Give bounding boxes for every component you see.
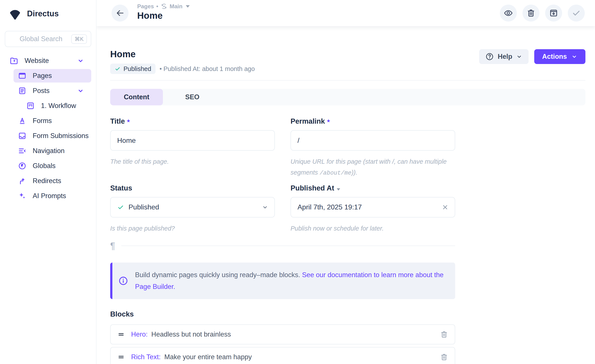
sidebar-item-redirects[interactable]: Redirects: [14, 174, 91, 188]
sidebar-item-forms[interactable]: Forms: [14, 114, 91, 128]
tab-strip: Content SEO: [110, 89, 585, 105]
permalink-label: Permalink: [290, 117, 325, 125]
published-at-field[interactable]: April 7th, 2025 19:17: [290, 197, 455, 217]
trash-icon: [440, 330, 448, 338]
help-icon: [485, 52, 494, 61]
sidebar-item-workflow[interactable]: 1. Workflow: [22, 99, 91, 112]
status-badge: Published: [110, 63, 156, 74]
block-title: Headless but not brainless: [151, 330, 231, 338]
preview-button[interactable]: [500, 5, 517, 21]
redirect-arrow-icon: [18, 176, 27, 185]
banner-text: Build dynamic pages quickly using ready–…: [135, 269, 446, 293]
actions-button-label: Actions: [542, 53, 567, 61]
inbox-icon: [18, 132, 27, 140]
content-title: Home: [110, 49, 255, 59]
help-button-label: Help: [498, 53, 512, 61]
keyboard-shortcut-badge: ⌘K: [71, 35, 87, 44]
field-permalink: Permalink★ Unique URL for this page (sta…: [290, 117, 455, 178]
chevron-down-icon[interactable]: [77, 87, 84, 94]
title-note: The title of this page.: [110, 156, 271, 167]
check-icon: [117, 204, 124, 211]
title-input[interactable]: [110, 130, 275, 151]
save-button[interactable]: [568, 5, 585, 21]
tab-seo[interactable]: SEO: [163, 89, 222, 105]
field-published-at: Published At April 7th, 2025 19:17 Publi…: [290, 184, 455, 234]
caret-down-icon[interactable]: [337, 188, 340, 190]
block-type: Hero:: [131, 330, 148, 338]
block-delete-button[interactable]: [440, 330, 448, 338]
actions-button[interactable]: Actions: [534, 49, 585, 64]
sidebar-item-website[interactable]: Website: [5, 54, 91, 68]
chevron-down-icon: [516, 53, 523, 60]
blocks-section: Blocks Hero: Headless but not brainless: [110, 310, 455, 364]
block-title: Make your entire team happy: [164, 353, 252, 361]
block-row-rich-text[interactable]: Rich Text: Make your entire team happy: [110, 347, 455, 364]
sidebar-item-ai-prompts[interactable]: AI Prompts: [14, 189, 91, 203]
block-delete-button[interactable]: [440, 353, 448, 361]
sidebar: Directus ⌘K Website: [0, 0, 97, 364]
archive-button[interactable]: [545, 5, 562, 21]
kanban-icon: [26, 101, 35, 110]
sidebar-item-label: Posts: [33, 87, 50, 95]
caret-down-icon[interactable]: [186, 5, 190, 8]
page-title: Home: [137, 11, 190, 21]
sidebar-item-form-submissions[interactable]: Form Submissions: [14, 129, 91, 143]
breadcrumb-collection[interactable]: Pages: [137, 3, 154, 10]
drag-handle-icon[interactable]: [117, 330, 125, 338]
permalink-input[interactable]: [290, 130, 455, 151]
menu-collapse-icon: [18, 147, 27, 155]
breadcrumb-version[interactable]: Main: [170, 3, 183, 10]
clear-icon[interactable]: [441, 203, 449, 211]
published-meta: • Published At: about 1 month ago: [159, 65, 255, 72]
field-title: Title★ The title of this page.: [110, 117, 275, 178]
published-at-value: April 7th, 2025 19:17: [298, 203, 362, 211]
sidebar-item-pages[interactable]: Pages: [14, 69, 91, 83]
help-button[interactable]: Help: [479, 49, 529, 64]
sidebar-item-label: 1. Workflow: [41, 102, 76, 110]
delete-button[interactable]: [523, 5, 539, 21]
check-icon: [114, 66, 121, 72]
status-badge-label: Published: [123, 65, 151, 72]
topbar-actions: [500, 5, 585, 21]
globe-icon: [18, 161, 27, 170]
drag-handle-icon[interactable]: [117, 353, 125, 361]
blocks-label: Blocks: [110, 310, 455, 318]
block-type: Rich Text:: [131, 353, 161, 361]
block-row-hero[interactable]: Hero: Headless but not brainless: [110, 324, 455, 344]
section-divider: ¶: [110, 241, 455, 250]
global-search-input[interactable]: [19, 35, 71, 43]
sidebar-item-label: Form Submissions: [33, 132, 89, 140]
document-lines-icon: [18, 86, 27, 95]
page-head-left: Home Published • Published At: about 1 m…: [110, 49, 255, 74]
status-note: Is this page published?: [110, 223, 271, 234]
tab-content[interactable]: Content: [110, 89, 163, 105]
chevron-down-icon[interactable]: [261, 203, 269, 211]
permalink-note: Unique URL for this page (start with /, …: [290, 156, 452, 178]
sidebar-item-label: Forms: [33, 117, 52, 125]
breadcrumb: Pages • Main: [137, 3, 190, 10]
pilcrow-icon: ¶: [110, 241, 115, 250]
sidebar-item-navigation[interactable]: Navigation: [14, 144, 91, 158]
info-banner: Build dynamic pages quickly using ready–…: [110, 263, 455, 299]
form-grid: Title★ The title of this page. Permalink…: [110, 117, 455, 234]
sidebar-nav: Website Pages Posts: [0, 54, 96, 204]
field-status: Status Published Is this page published?: [110, 184, 275, 234]
browser-icon: [18, 71, 27, 80]
archive-icon: [549, 8, 558, 18]
top-bar: Pages • Main Home: [97, 0, 595, 26]
sidebar-item-globals[interactable]: Globals: [14, 159, 91, 173]
sidebar-item-posts[interactable]: Posts: [14, 84, 91, 98]
version-sync-icon: [161, 3, 167, 10]
breadcrumb-separator: •: [156, 3, 158, 10]
eye-icon: [503, 8, 513, 18]
required-star: ★: [126, 118, 130, 123]
back-button[interactable]: [112, 5, 128, 21]
sidebar-item-label: Redirects: [33, 177, 61, 185]
status-select[interactable]: Published: [110, 197, 275, 217]
chevron-down-icon[interactable]: [77, 57, 84, 64]
required-star: ★: [326, 118, 331, 123]
global-search[interactable]: ⌘K: [5, 31, 91, 47]
letter-a-underline-icon: [18, 117, 27, 125]
page-head-buttons: Help Actions: [479, 49, 585, 64]
main-content: Home Published • Published At: about 1 m…: [97, 26, 595, 364]
